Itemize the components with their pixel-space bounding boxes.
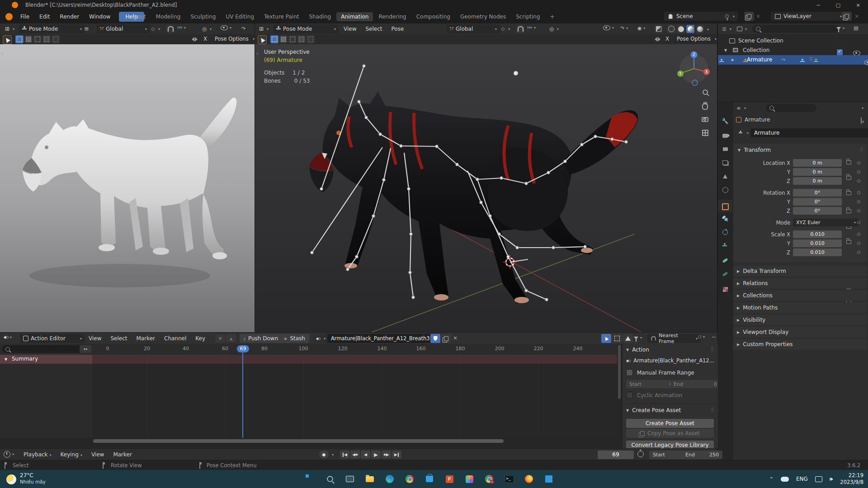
playhead-line[interactable]: [242, 348, 243, 438]
cyclic-animation-checkbox[interactable]: [626, 392, 633, 399]
jump-to-end-button[interactable]: ▶: [392, 450, 401, 459]
proportional-editing-dropdown[interactable]: ◎: [201, 25, 212, 33]
chrome-profile-icon[interactable]: [482, 472, 496, 486]
scene-copy-button[interactable]: [744, 12, 754, 21]
filter-dropdown[interactable]: [634, 336, 642, 340]
mode-dropdown[interactable]: Pose Mode: [273, 24, 339, 33]
terminal-icon[interactable]: >_: [502, 472, 516, 486]
menu-key[interactable]: Key: [191, 335, 210, 342]
use-preview-range-button[interactable]: [637, 451, 644, 459]
animate-dot[interactable]: [857, 233, 860, 236]
pivot-point-dropdown[interactable]: [149, 25, 160, 33]
task-view-icon[interactable]: [343, 472, 357, 486]
play-button[interactable]: ▶: [371, 450, 381, 459]
animate-dot[interactable]: [857, 200, 860, 203]
expand-arrow-icon[interactable]: ▶: [731, 58, 734, 62]
expand-arrow-icon[interactable]: ▼: [724, 48, 727, 52]
action-unlink-button[interactable]: ×: [453, 335, 458, 341]
menu-view[interactable]: View: [339, 26, 361, 32]
select-extend-tool[interactable]: [279, 35, 288, 43]
search-icon[interactable]: [323, 472, 337, 486]
pose-options-dropdown[interactable]: Pose Options: [674, 35, 720, 43]
panel-custom-properties[interactable]: ▶Custom Properties: [733, 339, 867, 350]
start-frame-field[interactable]: Start0: [626, 380, 676, 388]
tab-layout[interactable]: Layout: [123, 12, 151, 21]
snap-toggle[interactable]: [166, 25, 175, 33]
hide-eye-icon[interactable]: [864, 60, 868, 65]
animate-dot[interactable]: [857, 170, 860, 174]
lock-icon[interactable]: [846, 191, 851, 195]
file-explorer-icon[interactable]: [363, 472, 377, 486]
panel-collections[interactable]: ▶Collections: [733, 290, 867, 301]
tab-armature-data[interactable]: [722, 243, 727, 249]
tab-physics[interactable]: [722, 229, 729, 236]
select-invert-tool[interactable]: [42, 35, 51, 43]
select-intersect-tool[interactable]: [307, 35, 315, 43]
tab-output[interactable]: [722, 145, 729, 153]
onedrive-icon[interactable]: [781, 477, 789, 482]
editor-type-dropdown[interactable]: ⊞: [258, 25, 269, 33]
clock-widget[interactable]: 22:19 2023/9/8: [840, 472, 863, 486]
tab-rendering[interactable]: Rendering: [374, 12, 410, 21]
tweak-tool-button[interactable]: [3, 35, 12, 44]
animate-dot[interactable]: [857, 161, 860, 164]
id-name-field[interactable]: Armature: [750, 128, 868, 137]
summary-channel-row[interactable]: ▼ Summary: [0, 355, 92, 364]
tab-texture-paint[interactable]: Texture Paint: [259, 12, 303, 21]
stash-button[interactable]: ∗Stash: [279, 334, 309, 343]
edge-icon[interactable]: [382, 472, 397, 486]
location-y-field[interactable]: 0 m: [793, 168, 842, 176]
select-intersect-tool[interactable]: [52, 35, 60, 43]
animate-dot[interactable]: [857, 179, 860, 183]
animate-dot[interactable]: [857, 191, 860, 194]
mirror-x-toggle[interactable]: X: [665, 36, 669, 42]
select-box-tool[interactable]: [270, 35, 278, 43]
tab-uv-editing[interactable]: UV Editing: [221, 12, 259, 21]
select-box-tool[interactable]: [15, 35, 24, 43]
dope-sheet-mode-dropdown[interactable]: Action Editor: [20, 334, 85, 343]
action-name[interactable]: Armature|Black_Panther_A12...: [633, 357, 714, 364]
scene-unlink-button[interactable]: ×: [756, 13, 760, 19]
tab-bone[interactable]: [722, 257, 729, 264]
lock-icon[interactable]: [846, 176, 851, 180]
show-hidden-filter-button[interactable]: [612, 334, 622, 343]
tab-tool[interactable]: 🔧: [722, 117, 729, 125]
pin-id-icon[interactable]: [861, 117, 862, 124]
properties-search-input[interactable]: [766, 104, 816, 112]
pin-icon[interactable]: [725, 14, 729, 18]
panel-motion-paths[interactable]: ▶Motion Paths: [733, 302, 867, 313]
view-layer-copy-button[interactable]: [842, 12, 852, 21]
shading-options-dropdown[interactable]: [705, 26, 709, 32]
fcurve-icon[interactable]: ~: [712, 334, 716, 340]
show-errors-filter-button[interactable]: [623, 334, 633, 343]
vscode-icon[interactable]: [542, 472, 556, 486]
collection-checkbox[interactable]: [836, 49, 843, 56]
panel-relations[interactable]: ▶Relations: [733, 278, 867, 289]
panel-grip[interactable]: ⣿: [860, 147, 863, 151]
snap-settings-dropdown[interactable]: ⊦⊦⊦: [527, 25, 536, 30]
outliner-display-mode-dropdown[interactable]: [736, 25, 747, 33]
jump-to-start-button[interactable]: ◀: [340, 450, 349, 459]
viewport-right-canvas[interactable]: Z Y X User Perspective (69) Armature Obj…: [255, 44, 717, 332]
keying-options-dropdown[interactable]: [330, 451, 334, 457]
tab-texture[interactable]: [722, 286, 729, 293]
animate-dot[interactable]: [857, 209, 860, 212]
convert-legacy-pose-library-button[interactable]: Convert Legacy Pose Library: [626, 441, 714, 448]
menu-playback[interactable]: Playback: [19, 451, 56, 458]
current-frame-badge[interactable]: 69: [237, 345, 249, 352]
rotation-x-field[interactable]: 0°: [793, 189, 842, 197]
location-z-field[interactable]: 0 m: [793, 177, 842, 185]
menu-view[interactable]: View: [87, 451, 108, 458]
editor-type-dropdown[interactable]: ⊞: [4, 25, 14, 33]
overlays-dropdown[interactable]: ◉: [637, 25, 646, 31]
proportional-editing-dropdown[interactable]: [698, 335, 705, 339]
menu-keying[interactable]: Keying: [56, 451, 87, 458]
transform-orientation-dropdown[interactable]: ⤱ Global: [97, 24, 150, 33]
breadcrumb-object-name[interactable]: Armature: [745, 117, 770, 123]
snap-toggle[interactable]: [516, 25, 524, 33]
copy-pose-as-asset-button[interactable]: Copy Pose as Asset: [626, 429, 714, 438]
snap-mode-dropdown[interactable]: Nearest Frame: [647, 334, 701, 343]
shading-material-button[interactable]: [686, 25, 694, 33]
gizmos-dropdown[interactable]: ↷: [620, 25, 628, 31]
scale-z-field[interactable]: 0.010: [793, 249, 842, 256]
